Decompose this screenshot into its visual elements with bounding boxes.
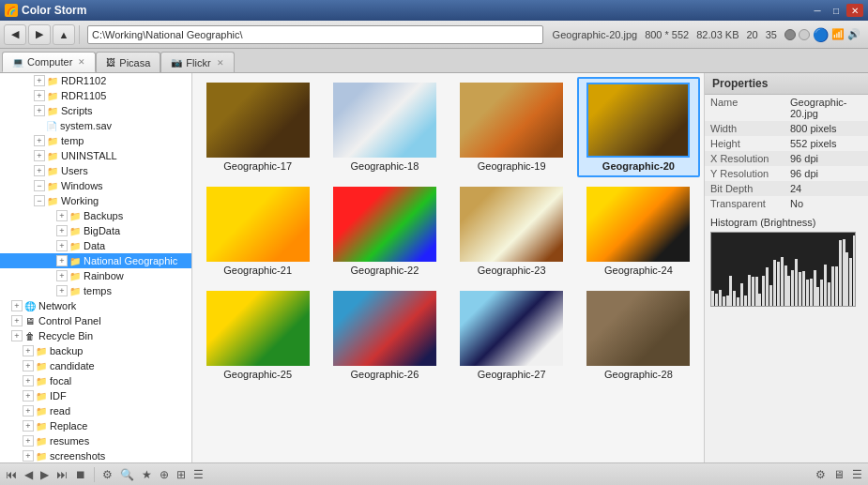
status-icon-12[interactable]: ⚙ [815, 468, 826, 481]
tree-expand-icon[interactable]: + [11, 315, 23, 326]
thumb-item-24[interactable]: Geographic-24 [577, 181, 700, 281]
tree-expand-icon[interactable]: + [56, 255, 68, 266]
thumb-item-18[interactable]: Geographic-18 [323, 77, 446, 177]
thumb-item-22[interactable]: Geographic-22 [323, 181, 446, 281]
tree-expand-icon[interactable]: + [34, 75, 45, 86]
back-button[interactable]: ◀ [4, 24, 26, 45]
tab-flickr-close[interactable]: ✕ [217, 58, 224, 68]
tree-item-4[interactable]: +📁temp [0, 133, 191, 148]
tree-expand-icon[interactable]: + [34, 135, 45, 146]
thumb-item-21[interactable]: Geographic-21 [196, 181, 319, 281]
status-icon-6[interactable]: ⚙ [102, 468, 113, 481]
tree-expand-icon[interactable]: + [56, 285, 68, 296]
tree-item-14[interactable]: +📁temps [0, 283, 191, 298]
status-icon-9[interactable]: ⊕ [160, 468, 169, 481]
status-icon-4[interactable]: ⏭ [56, 468, 68, 481]
tree-item-22[interactable]: +📁read [0, 403, 191, 418]
tree-item-0[interactable]: +📁RDR1102 [0, 73, 191, 88]
tree-expand-icon[interactable]: + [23, 420, 34, 432]
hist-bar-4 [726, 296, 729, 306]
tree-expand-icon[interactable]: + [23, 390, 34, 402]
tree-item-1[interactable]: +📁RDR1105 [0, 88, 191, 103]
tree-expand-icon[interactable]: + [23, 360, 34, 371]
tree-item-10[interactable]: +📁BigData [0, 223, 191, 238]
tree-item-2[interactable]: +📁Scripts [0, 103, 191, 118]
tree-item-18[interactable]: +📁backup [0, 343, 191, 358]
tree-expand-icon[interactable]: + [23, 435, 34, 447]
thumb-item-27[interactable]: Geographic-27 [450, 285, 573, 386]
status-icon-3[interactable]: ▶ [40, 468, 49, 481]
tree-item-5[interactable]: +📁UNINSTALL [0, 148, 191, 163]
thumb-item-23[interactable]: Geographic-23 [450, 181, 573, 281]
minimize-button[interactable]: ─ [809, 4, 826, 17]
tree-expand-icon[interactable]: + [56, 270, 68, 281]
tree-expand-icon[interactable]: + [34, 150, 45, 161]
tree-expand-icon[interactable]: + [23, 375, 34, 386]
tree-item-19[interactable]: +📁candidate [0, 358, 191, 373]
tab-picasa[interactable]: 🖼 Picasa [96, 52, 160, 72]
thumb-item-26[interactable]: Geographic-26 [323, 285, 446, 386]
tree-expand-icon[interactable]: + [34, 165, 45, 176]
thumb-item-20[interactable]: Geographic-20 [577, 77, 700, 177]
up-button[interactable]: ▲ [53, 24, 75, 45]
status-icon-13[interactable]: 🖥 [833, 468, 845, 481]
tree-expand-icon[interactable]: + [56, 225, 68, 236]
status-icon-11[interactable]: ☰ [193, 468, 204, 481]
hist-bar-19 [781, 257, 784, 306]
address-bar[interactable]: C:\Working\National Geographic\ [87, 25, 543, 44]
thumb-item-25[interactable]: Geographic-25 [196, 285, 319, 386]
properties-table: Name Geographic-20.jpg Width 800 pixels … [705, 95, 868, 211]
tab-computer-close[interactable]: ✕ [78, 57, 85, 67]
tree-item-3[interactable]: 📄system.sav [0, 118, 191, 133]
tree-expand-icon[interactable]: + [11, 330, 23, 341]
tree-expand-icon[interactable]: + [23, 405, 34, 417]
filesize-display: 82.03 KB [696, 29, 739, 40]
tree-expand-icon[interactable]: − [34, 180, 45, 191]
close-button[interactable]: ✕ [846, 4, 863, 17]
hist-bar-39 [853, 235, 856, 306]
tree-item-6[interactable]: +📁Users [0, 163, 191, 178]
tree-item-15[interactable]: +🌐Network [0, 298, 191, 313]
tree-item-12[interactable]: +📁National Geographic [0, 253, 191, 268]
tree-item-7[interactable]: −📁Windows [0, 178, 191, 193]
tree-expand-icon[interactable]: + [56, 240, 68, 251]
status-icon-10[interactable]: ⊞ [176, 468, 186, 481]
tree-item-17[interactable]: +🗑Recycle Bin [0, 328, 191, 343]
tree-item-11[interactable]: +📁Data [0, 238, 191, 253]
maximize-button[interactable]: □ [828, 4, 845, 17]
status-icon-7[interactable]: 🔍 [120, 468, 134, 481]
tree-item-9[interactable]: +📁Backups [0, 208, 191, 223]
tree-expand-icon[interactable]: + [11, 300, 23, 311]
tree-expand-icon[interactable]: + [23, 450, 34, 462]
tab-flickr[interactable]: 📷 Flickr ✕ [160, 52, 234, 72]
thumb-item-17[interactable]: Geographic-17 [196, 77, 319, 177]
status-icon-5[interactable]: ⏹ [75, 468, 86, 481]
prop-value-0: Geographic-20.jpg [784, 95, 868, 121]
prop-row-6: Transparent No [705, 196, 868, 211]
tab-computer[interactable]: 💻 Computer ✕ [2, 52, 96, 72]
status-icon-14[interactable]: ☰ [852, 468, 862, 481]
tree-item-16[interactable]: +🖥Control Panel [0, 313, 191, 328]
status-icon-1[interactable]: ⏮ [6, 468, 17, 481]
tree-item-24[interactable]: +📁resumes [0, 433, 191, 448]
tree-item-25[interactable]: +📁screenshots [0, 448, 191, 462]
tree-expand-icon[interactable]: + [23, 345, 34, 356]
file-tree-sidebar[interactable]: +📁RDR1102+📁RDR1105+📁Scripts📄system.sav+📁… [0, 73, 192, 462]
status-icon-2[interactable]: ◀ [24, 468, 33, 481]
tree-item-23[interactable]: +📁Replace [0, 418, 191, 433]
thumb-item-19[interactable]: Geographic-19 [450, 77, 573, 177]
status-icon-8[interactable]: ★ [142, 468, 152, 481]
tree-item-21[interactable]: +📁IDF [0, 388, 191, 403]
tree-expand-icon[interactable]: + [56, 210, 68, 221]
tree-item-label: Working [61, 195, 99, 206]
forward-button[interactable]: ▶ [28, 24, 51, 45]
tree-expand-icon[interactable]: + [34, 105, 45, 116]
tree-expand-icon[interactable]: − [34, 195, 45, 206]
tree-expand-icon[interactable]: + [34, 90, 45, 101]
thumb-item-28[interactable]: Geographic-28 [577, 285, 700, 386]
window-controls[interactable]: ─ □ ✕ [809, 4, 863, 17]
tree-item-20[interactable]: +📁focal [0, 373, 191, 388]
hist-bar-6 [733, 291, 736, 306]
tree-item-13[interactable]: +📁Rainbow [0, 268, 191, 283]
tree-item-8[interactable]: −📁Working [0, 193, 191, 208]
